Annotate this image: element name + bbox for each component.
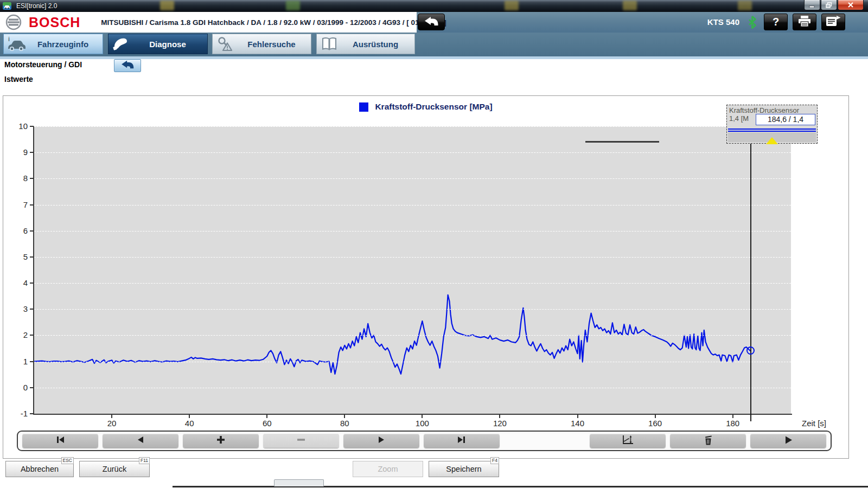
step-back-button[interactable]: [103, 434, 178, 448]
zurueck-shortcut: F11: [139, 457, 150, 464]
logo-band: BOSCH MITSUBISHI / Carisma 1.8 GDI Hatch…: [0, 12, 417, 33]
app-header: BOSCH MITSUBISHI / Carisma 1.8 GDI Hatch…: [0, 12, 868, 33]
tooltip-handle-strip[interactable]: [728, 132, 816, 142]
desktop-ghost: [286, 1, 300, 10]
tab-label: Fehlersuche: [238, 40, 311, 49]
y-tick: [30, 361, 34, 362]
delete-button[interactable]: [670, 434, 746, 448]
gridline: [34, 309, 791, 310]
skip-to-end-button[interactable]: [424, 434, 500, 448]
window-titlebar: ESI[tronic] 2.0: [0, 0, 868, 12]
cursor-value-marker: [746, 346, 755, 355]
gridline: [34, 335, 791, 336]
y-tick-label: 6: [4, 226, 28, 235]
yellow-triangle-handle[interactable]: [766, 137, 778, 144]
help-button[interactable]: ?: [764, 14, 788, 30]
close-button[interactable]: [838, 0, 864, 10]
abbrechen-button[interactable]: Abbrechen ESC: [5, 461, 74, 477]
scale-curve-button[interactable]: [590, 434, 666, 448]
zurueck-button[interactable]: Zurück F11: [79, 461, 150, 477]
y-tick-label: 4: [4, 278, 28, 287]
main-tabbar: i Fahrzeuginfo Diagnose Fehlersuche Ausr…: [0, 33, 868, 56]
breadcrumb-view: Istwerte: [4, 75, 33, 84]
x-tick-label: 140: [561, 419, 594, 428]
header-back-button[interactable]: [418, 14, 445, 30]
taskbar-fragment: [274, 479, 324, 486]
bluetooth-icon: [748, 16, 756, 31]
chart-panel: Kraftstoff-Drucksensor [MPa] -1012345678…: [3, 95, 849, 459]
chart-toolbar: [17, 431, 832, 451]
y-tick: [30, 152, 34, 153]
speichern-label: Speichern: [446, 465, 481, 473]
gridline: [34, 257, 791, 258]
print-button[interactable]: [793, 14, 816, 30]
book-icon: [317, 37, 342, 51]
y-tick: [30, 230, 34, 232]
plot-area[interactable]: [34, 126, 791, 414]
zoom-out-button[interactable]: [263, 434, 339, 448]
speichern-shortcut: F4: [490, 457, 499, 464]
x-tick-label: 40: [173, 419, 206, 428]
x-tick: [732, 415, 733, 418]
tooltip-title: Kraftstoff-Drucksensor: [727, 105, 817, 114]
gridline: [34, 283, 791, 284]
breadcrumb-back-button[interactable]: [114, 59, 141, 72]
y-tick-label: 9: [4, 147, 28, 157]
y-tick: [30, 413, 34, 414]
chart-legend: Kraftstoff-Drucksensor [MPa]: [3, 102, 848, 112]
brand-logo: BOSCH: [29, 15, 80, 30]
trash-icon: [703, 435, 713, 447]
desktop-ghost: [738, 1, 752, 10]
y-tick-label: 8: [4, 174, 28, 183]
range-marker-line: [585, 141, 659, 143]
y-tick-label: 10: [4, 121, 28, 131]
x-tick-label: 120: [483, 419, 516, 428]
speichern-button[interactable]: Speichern F4: [429, 461, 499, 477]
play-button[interactable]: [750, 434, 826, 448]
minimize-button[interactable]: [804, 0, 820, 10]
x-tick-label: 100: [406, 419, 438, 428]
tab-ausruestung[interactable]: Ausrüstung: [316, 34, 415, 54]
x-tick: [111, 415, 112, 418]
y-tick-label: 7: [4, 200, 28, 209]
abbrechen-label: Abbrechen: [21, 465, 59, 473]
abbrechen-shortcut: ESC: [61, 457, 74, 464]
print-icon: [797, 15, 812, 29]
tab-diagnose[interactable]: Diagnose: [108, 34, 208, 54]
restore-button[interactable]: [821, 0, 837, 10]
tab-fehlersuche[interactable]: Fehlersuche: [212, 34, 311, 54]
y-tick: [30, 178, 34, 179]
x-tick: [189, 415, 190, 418]
tab-fahrzeuginfo[interactable]: i Fahrzeuginfo: [3, 34, 103, 54]
undo-arrow-icon: [120, 60, 135, 72]
y-tick-label: 3: [4, 304, 28, 313]
svg-text:i: i: [8, 36, 10, 42]
skip-end-icon: [457, 435, 467, 446]
skip-to-start-button[interactable]: [22, 434, 98, 448]
arrow-left-icon: [136, 435, 145, 446]
legend-label: Kraftstoff-Drucksensor [MPa]: [375, 102, 492, 112]
step-forward-button[interactable]: [343, 434, 419, 448]
zoom-in-button[interactable]: [183, 434, 259, 448]
tooltip-rule: [728, 131, 816, 132]
plus-icon: [216, 435, 225, 446]
zoom-label: Zoom: [378, 465, 398, 473]
cursor-line[interactable]: [750, 113, 751, 421]
report-button[interactable]: [821, 14, 845, 30]
skip-start-icon: [55, 435, 65, 446]
app-icon: [3, 2, 12, 10]
zoom-button[interactable]: Zoom: [353, 461, 423, 477]
desktop-ghost: [623, 1, 637, 10]
window-title: ESI[tronic] 2.0: [16, 2, 57, 10]
car-info-icon: i: [4, 36, 29, 52]
y-tick: [30, 335, 34, 336]
y-tick-label: 2: [4, 330, 28, 339]
x-axis-title: Zeit [s]: [802, 419, 826, 428]
x-tick-label: 20: [95, 419, 128, 428]
tab-label: Diagnose: [133, 40, 207, 49]
legend-swatch: [359, 102, 368, 112]
tab-label: Fahrzeuginfo: [29, 40, 103, 49]
y-tick-label: -1: [4, 409, 28, 418]
gridline: [34, 362, 791, 362]
device-label: KTS 540: [707, 17, 739, 27]
